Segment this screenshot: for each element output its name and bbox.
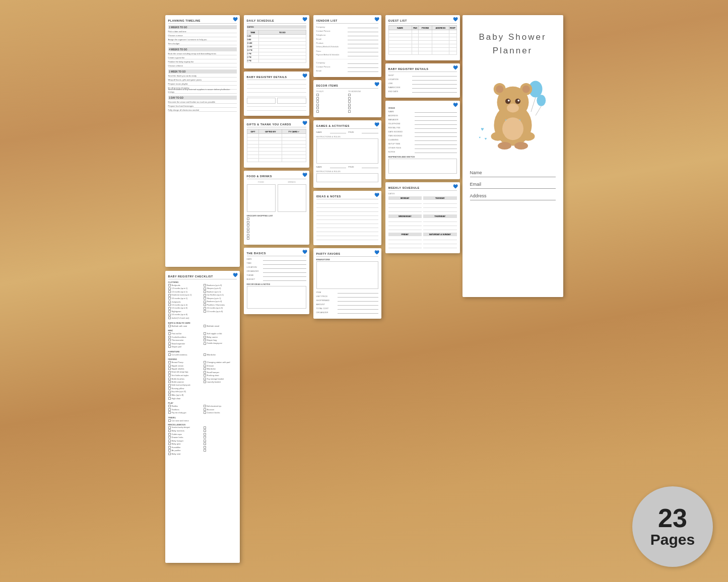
- email-label: Email: [470, 182, 482, 187]
- svg-text:♥: ♥: [479, 136, 481, 139]
- heart-icon-brm: 💙: [453, 65, 458, 70]
- ideas-line: [316, 213, 378, 216]
- decor-cols: TO BUY TO BORROW: [316, 90, 378, 113]
- heart-icon-br2: 💙: [302, 74, 307, 78]
- ideas-line: [316, 205, 378, 208]
- address-field-row: Address: [470, 192, 556, 200]
- table-row: [247, 144, 306, 148]
- heart-icon-venue: 💙: [453, 103, 458, 107]
- furniture-label: FURNITURE: [168, 350, 237, 353]
- ideas-line: [316, 237, 378, 240]
- giftedby-header: GIFTED BY: [259, 129, 282, 134]
- col1-stack: 💙 PLANNING TIMELINE 1 WEEKS TO GO Pick a…: [165, 15, 240, 563]
- col2-stack: 💙 DAILY SCHEDULE DATES TIME TO DO 8 AM 9…: [244, 15, 309, 314]
- address-label: Address: [470, 193, 487, 198]
- tycard-header: TY CARD ✓: [282, 129, 306, 134]
- table-row: [388, 37, 456, 41]
- decor-notes-label: DECOR IDEAS & NOTES: [247, 283, 306, 285]
- wednesday-header: WEDNESDAY: [388, 214, 422, 218]
- table-row: 9 AM: [247, 38, 306, 42]
- drinks-col-label: DRINKS: [278, 181, 306, 183]
- pt-line: Book the venue including setup and disma…: [168, 52, 237, 55]
- clothing-label: CLOTHING: [168, 281, 237, 283]
- bear-illustration: ♥ ♥ ♥: [475, 66, 551, 157]
- table-row: [388, 41, 456, 44]
- vendor2: Company: Contact Person: Email:: [316, 59, 378, 72]
- inspiration-label: INSPIRATION AND SKETCH: [388, 156, 457, 158]
- gifts-card: 💙 GIFTS & THANK YOU CARDS GIFT GIFTED BY…: [244, 119, 309, 168]
- grocery-label: GROCERY SHOPPING LIST: [247, 214, 306, 217]
- instructions-label: INSTRUCTIONS & RULES: [316, 135, 378, 138]
- dates-header: DATES: [247, 25, 306, 29]
- table-row: [388, 30, 456, 34]
- heart-icon-guest: 💙: [453, 17, 458, 22]
- pt-line: Decorate the venue and finalize as much …: [168, 101, 237, 104]
- svg-point-20: [491, 132, 504, 141]
- br-line: [247, 108, 306, 111]
- ideas-line: [316, 209, 378, 212]
- brainstorm-box: [316, 261, 378, 289]
- heart-icon-vendor: 💙: [374, 17, 379, 22]
- pt-line: Choose a theme: [168, 64, 237, 67]
- bath-label: BATH & HEALTH CARE: [168, 322, 237, 324]
- friday-header: FRIDAY: [388, 233, 422, 236]
- name-field-row: Name: [470, 169, 556, 177]
- misc2-label: MISCELLANEOUS: [168, 423, 237, 426]
- name-label: Name: [470, 170, 482, 175]
- pt-line: Prepare food and beverages: [168, 105, 237, 108]
- svg-point-13: [517, 100, 519, 102]
- party-favors-title: PARTY FAVORS: [316, 252, 378, 257]
- schedule-table: TIME TO DO 8 AM 9 AM 10 AM 11 AM 12 PM 1…: [247, 30, 306, 63]
- guest-list-card: 💙 GUEST LIST NAME PAX PHONE ADDRESS RSVP: [385, 15, 460, 60]
- svg-point-22: [498, 142, 511, 150]
- decor-items-title: DECOR ITEMS: [316, 84, 378, 89]
- pt-week4-header: 4 WEEKS TO GO: [168, 47, 237, 51]
- br-line: [247, 104, 306, 107]
- decor-items-card: 💙 DECOR ITEMS TO BUY TO BORROW: [313, 80, 381, 117]
- baby-registry-main-card: 💙 BABY REGISTRY DETAILS SHOP LOCATION LI…: [385, 63, 460, 98]
- tuesday-header: TUESDAY: [423, 196, 457, 200]
- feeding-label: FEEDING: [168, 358, 237, 360]
- heart-icon-party: 💙: [374, 250, 379, 255]
- clothing-cols: Bodysuits 1-3 months (up to 1) 2-3 month…: [168, 284, 237, 320]
- daily-schedule-card: 💙 DAILY SCHEDULE DATES TIME TO DO 8 AM 9…: [244, 15, 309, 68]
- travel-label: TRAVEL: [168, 416, 237, 419]
- address-header: ADDRESS: [432, 26, 449, 30]
- svg-text:♥: ♥: [484, 137, 487, 141]
- pt-week1-header: 1 WEEKS TO GO: [168, 25, 237, 29]
- baby-registry-checklist-card: 💙 BABY REGISTRY CHECKLIST CLOTHING Bodys…: [165, 271, 240, 563]
- decor-notes-box: [247, 286, 306, 309]
- br-line: [247, 86, 306, 89]
- game2-rules-box: [316, 173, 378, 182]
- ideas-line: [316, 221, 378, 224]
- misc-label: MISC: [168, 329, 237, 332]
- col4-stack: 💙 GUEST LIST NAME PAX PHONE ADDRESS RSVP: [385, 15, 458, 253]
- svg-point-7: [496, 86, 503, 93]
- table-row: [388, 51, 456, 55]
- pt-line: Finalize the baby registry list: [168, 60, 237, 63]
- rsvp-header: RSVP: [449, 26, 456, 30]
- table-row: 10 AM: [247, 42, 306, 45]
- baby-registry-main-title: BABY REGISTRY DETAILS: [388, 67, 457, 72]
- email-field-row: Email: [470, 180, 556, 189]
- pt-line: Set a budget: [168, 42, 237, 45]
- ideas-line: [316, 201, 378, 204]
- pt-line: Fully charge all electronics needed: [168, 109, 237, 112]
- pt-day-header: 1 DAY TO GO: [168, 96, 237, 100]
- time-col-header: TIME: [247, 30, 258, 35]
- svg-point-9: [522, 86, 530, 93]
- table-row: [247, 134, 306, 137]
- svg-point-23: [514, 142, 528, 150]
- svg-point-21: [521, 132, 535, 141]
- svg-point-11: [515, 99, 520, 104]
- weekly-schedule-title: WEEKLY SCHEDULE: [388, 186, 457, 191]
- svg-line-1: [531, 98, 536, 112]
- heart-icon-gifts: 💙: [302, 121, 307, 125]
- heart-icon-ds: 💙: [302, 17, 307, 22]
- svg-point-15: [507, 104, 519, 113]
- gift-header: GIFT: [247, 129, 259, 134]
- pt-week1b-header: 1 WEEK TO GO: [168, 69, 237, 74]
- inspiration-box: [388, 159, 457, 174]
- col3-stack: 💙 VENDOR LIST Company: Contact Person: T…: [313, 15, 381, 319]
- monday-header: MONDAY: [388, 196, 422, 200]
